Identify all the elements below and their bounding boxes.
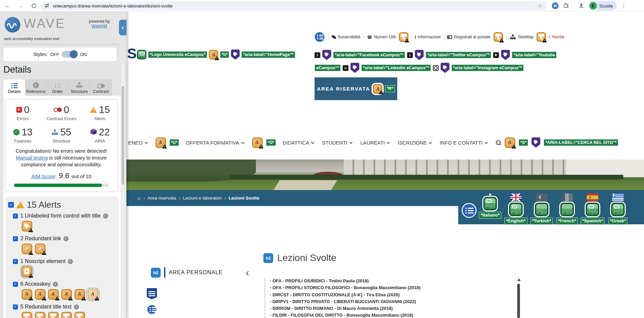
- wave-unlabeled-form-icon[interactable]: [22, 221, 32, 231]
- utility-sitemap[interactable]: SiteMap: [509, 34, 534, 40]
- tab-reference[interactable]: Reference: [25, 79, 47, 96]
- alert-checkbox[interactable]: [13, 213, 18, 219]
- wave-aria-label-icon[interactable]: [231, 50, 240, 60]
- course-item[interactable]: - OFA - PROFILI STORICO FILOSOFICI - Bon…: [270, 284, 516, 291]
- lang-italiano[interactable]: *Italiano*: [477, 193, 503, 219]
- lang-greek[interactable]: *Greek*: [605, 193, 631, 225]
- manual-testing-link[interactable]: Manual testing: [16, 155, 48, 161]
- nav-offerta-formativa[interactable]: OFFERTA FORMATIVA: [186, 140, 244, 146]
- alerts-checkbox[interactable]: [8, 202, 14, 208]
- course-item[interactable]: - DIRCST - DIRITTO COSTITUZIONALE [A-K] …: [270, 292, 516, 298]
- reload-icon[interactable]: [31, 0, 37, 12]
- utility-sostenibilita[interactable]: Sostenibilità: [332, 35, 360, 39]
- nav-laureati[interactable]: LAUREATI: [360, 140, 389, 146]
- aim-score-link[interactable]: AIM Score: [31, 173, 55, 179]
- wave-extension-icon[interactable]: W: [552, 2, 559, 9]
- nav-info-contatti[interactable]: INFO E CONTATTI: [440, 140, 487, 146]
- tab-contrast[interactable]: Contrast: [90, 79, 112, 96]
- wave-redundant-title-icon[interactable]: [75, 312, 85, 318]
- wave-accesskey-icon[interactable]: [209, 50, 218, 59]
- address-bar[interactable]: uniecampus.it/area-riservata/lezioni-e-l…: [40, 1, 547, 10]
- alert-checkbox[interactable]: [13, 259, 18, 264]
- search-icon[interactable]: [496, 140, 501, 146]
- wave-accesskey-icon[interactable]: [373, 84, 382, 94]
- forward-icon[interactable]: →: [18, 0, 23, 12]
- wave-aria-label-icon[interactable]: [415, 50, 424, 60]
- lang-french[interactable]: *French*: [554, 193, 580, 225]
- wave-redundant-title-icon[interactable]: [399, 32, 408, 42]
- wave-linked-image-icon[interactable]: [586, 203, 599, 216]
- styles-toggle[interactable]: [62, 51, 77, 58]
- bookmark-star-icon[interactable]: ☆: [538, 3, 542, 9]
- wave-image-icon[interactable]: [560, 203, 574, 216]
- webaim-link[interactable]: WebAIM: [92, 24, 107, 29]
- wave-accesskey-icon[interactable]: [156, 137, 166, 148]
- wave-linked-image-icon[interactable]: [483, 197, 497, 210]
- alert-checkbox[interactable]: [13, 236, 18, 241]
- back-icon[interactable]: ←: [5, 0, 11, 12]
- collapse-chevron-icon[interactable]: ‹: [246, 269, 249, 276]
- lang-english[interactable]: *English*: [503, 193, 529, 225]
- utility-registrati[interactable]: Registrati al portale: [447, 35, 490, 39]
- extensions-puzzle-icon[interactable]: [563, 3, 569, 8]
- twitter-icon[interactable]: [407, 52, 413, 58]
- area-riservata-button[interactable]: AREA RISERVATA *R*: [315, 77, 397, 100]
- wave-accesskey-icon[interactable]: [48, 289, 59, 300]
- downloads-icon[interactable]: [578, 2, 584, 10]
- alert-checkbox[interactable]: [13, 304, 18, 310]
- course-item[interactable]: - FILDIR - FILOSOFIA DEL DIRITTO - Bonav…: [270, 312, 516, 318]
- nav-iscrizione[interactable]: ISCRIZIONE: [398, 140, 431, 146]
- lang-turkish[interactable]: *Turkish*: [529, 193, 555, 225]
- scroll-up-arrow[interactable]: [517, 278, 521, 281]
- wave-scrollbar[interactable]: [121, 64, 124, 318]
- wave-aria-label-icon[interactable]: [350, 63, 359, 73]
- breadcrumb-area-riservata[interactable]: Area riservata: [147, 195, 176, 201]
- nav-studenti[interactable]: STUDENTI: [322, 140, 352, 146]
- tab-structure[interactable]: Structure: [68, 79, 90, 96]
- utility-novita[interactable]: !Novità: [549, 35, 564, 39]
- nav-ateneo[interactable]: ENEO: [128, 140, 147, 146]
- site-info-icon[interactable]: [45, 4, 49, 8]
- wave-linked-image-icon[interactable]: [611, 203, 625, 216]
- wave-aria-label-icon[interactable]: [441, 63, 449, 73]
- course-item[interactable]: - DIRPV1 - DIRITTO PRIVATO - LIBERATI BU…: [270, 298, 516, 305]
- wave-linked-image-icon[interactable]: [137, 50, 146, 59]
- lang-spanish[interactable]: *Spanish*: [580, 193, 605, 225]
- browser-menu-icon[interactable]: ⋮: [621, 0, 626, 12]
- info-icon[interactable]: [68, 259, 73, 264]
- info-icon[interactable]: [74, 304, 79, 310]
- linkedin-icon[interactable]: [343, 65, 348, 71]
- wave-accesskey-icon[interactable]: [505, 137, 515, 148]
- wave-noscript-icon[interactable]: [22, 266, 32, 277]
- utility-informazioni[interactable]: iInformazioni: [415, 34, 441, 40]
- content-scrollbar[interactable]: [517, 284, 520, 318]
- wave-redundant-title-icon[interactable]: [61, 312, 72, 318]
- wave-accesskey-icon[interactable]: [35, 289, 45, 300]
- wave-accesskey-icon[interactable]: [252, 137, 263, 148]
- wave-redundant-link-icon[interactable]: [22, 244, 32, 254]
- wave-redundant-link-icon[interactable]: [35, 244, 45, 254]
- wave-accesskey-icon[interactable]: [61, 289, 72, 300]
- instagram-icon[interactable]: [433, 65, 439, 71]
- info-icon[interactable]: [53, 282, 58, 287]
- breadcrumb-lezioni-laboratori[interactable]: Lezioni e laboratori: [183, 195, 222, 201]
- facebook-icon[interactable]: [315, 52, 320, 58]
- wave-aria-label-icon[interactable]: [531, 137, 540, 148]
- wave-redundant-title-icon[interactable]: [494, 32, 503, 42]
- wave-accesskey-icon-selected[interactable]: [88, 289, 98, 300]
- info-icon[interactable]: [103, 213, 108, 219]
- wave-aria-label-icon[interactable]: [322, 50, 331, 60]
- wave-redundant-title-icon[interactable]: [35, 312, 45, 318]
- wave-redundant-title-icon[interactable]: [537, 32, 546, 42]
- alert-checkbox[interactable]: [13, 282, 18, 287]
- wave-redundant-title-icon[interactable]: [22, 312, 32, 318]
- wave-redundant-title-icon[interactable]: [48, 312, 59, 318]
- home-icon[interactable]: ⌂: [137, 195, 141, 201]
- wave-collapse-button[interactable]: [119, 20, 126, 35]
- nav-didattica[interactable]: DIDATTICA: [283, 140, 314, 146]
- wave-linked-image-icon[interactable]: [509, 203, 523, 216]
- youtube-icon[interactable]: [493, 52, 499, 58]
- course-item[interactable]: - DIRROM - DIRITTO ROMANO - Di Mauro Ant…: [270, 305, 516, 312]
- wave-aria-label-icon[interactable]: [501, 50, 510, 60]
- wave-accesskey-icon[interactable]: [75, 289, 85, 300]
